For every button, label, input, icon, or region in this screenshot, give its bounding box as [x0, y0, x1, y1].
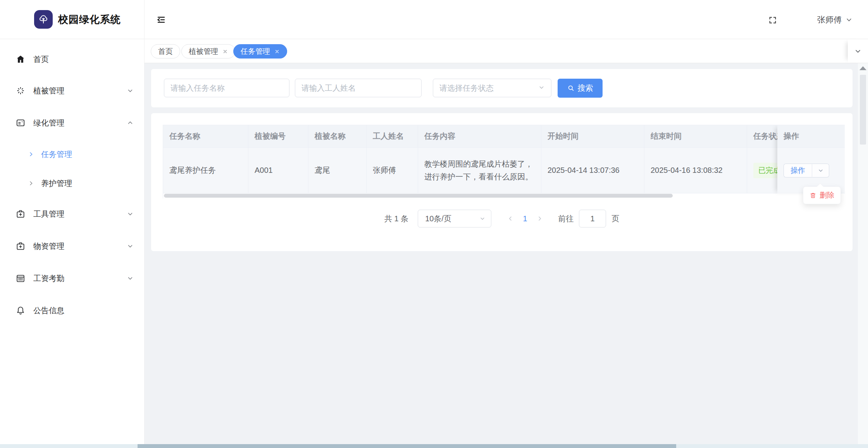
prev-page-button[interactable]	[504, 210, 517, 227]
user-menu[interactable]: 张师傅	[817, 0, 852, 39]
sidebar-item-label: 首页	[33, 54, 134, 65]
bell-icon	[16, 305, 26, 315]
action-split-button: 操作	[784, 164, 829, 177]
tab-home[interactable]: 首页	[151, 44, 180, 59]
sidebar-item-supplies[interactable]: 物资管理	[0, 235, 145, 257]
sidebar-item-label: 养护管理	[41, 178, 72, 189]
select-placeholder: 请选择任务状态	[439, 83, 538, 93]
chevron-down-icon	[538, 84, 545, 92]
filter-card: 请选择任务状态 搜索	[151, 69, 852, 107]
page-suffix: 页	[611, 214, 619, 224]
chevron-down-icon	[127, 87, 134, 94]
task-status-select[interactable]: 请选择任务状态	[433, 79, 551, 97]
vertical-scroll-thumb[interactable]	[860, 75, 866, 145]
chevron-down-icon	[854, 47, 862, 55]
cell-plant-name: 鸢尾	[308, 148, 367, 193]
goto-label: 前往	[558, 214, 574, 224]
horizontal-scrollbar[interactable]	[0, 444, 868, 448]
close-icon[interactable]	[274, 48, 280, 54]
greening-icon	[16, 118, 26, 128]
sidebar-item-label: 绿化管理	[33, 118, 127, 128]
page-size-select[interactable]: 10条/页	[418, 210, 491, 227]
cell-plant-code: A001	[248, 148, 308, 193]
chevron-down-icon	[127, 275, 134, 282]
app-logo	[34, 10, 53, 29]
tab-overflow-button[interactable]	[848, 39, 868, 63]
table-card: 任务名称 植被编号 植被名称 工人姓名 任务内容 开始时间 结束时间 任务状态 …	[151, 113, 852, 251]
chevron-down-icon	[127, 210, 134, 217]
action-dropdown-menu: 删除	[803, 186, 841, 204]
cell-worker: 张师傅	[367, 148, 418, 193]
action-dropdown-toggle[interactable]	[812, 164, 829, 177]
cell-end-time: 2025-04-16 13:08:32	[644, 148, 747, 193]
col-header-plant-code: 植被编号	[248, 125, 308, 148]
tab-task-management[interactable]: 任务管理	[233, 44, 287, 59]
chevron-down-icon	[479, 215, 486, 222]
sidebar: 校园绿化系统 首页 植被管理	[0, 0, 145, 444]
tab-vegetation[interactable]: 植被管理	[181, 44, 235, 59]
chevron-right-icon	[28, 151, 34, 157]
supplies-icon	[16, 241, 26, 251]
sidebar-item-label: 工资考勤	[33, 273, 127, 284]
delete-menu-item[interactable]: 删除	[809, 190, 834, 200]
col-header-plant-name: 植被名称	[308, 125, 367, 148]
chevron-down-icon	[846, 16, 852, 23]
page-size-value: 10条/页	[425, 214, 479, 224]
cell-task-name: 鸢尾养护任务	[163, 148, 248, 193]
task-name-input[interactable]	[164, 79, 289, 97]
fullscreen-icon[interactable]	[768, 16, 777, 24]
sidebar-item-label: 工具管理	[33, 209, 127, 219]
goto-page-input[interactable]	[579, 210, 606, 227]
action-button[interactable]: 操作	[784, 164, 812, 177]
sidebar-fold-icon[interactable]	[156, 15, 166, 24]
sidebar-item-home[interactable]: 首页	[0, 48, 145, 71]
toolbox-icon	[16, 209, 26, 219]
table-row: 鸢尾养护任务 A001 鸢尾 张师傅 教学楼周围的鸢尾成片枯萎了，进行养护一下，…	[163, 148, 845, 193]
chevron-left-icon	[507, 215, 513, 222]
next-page-button[interactable]	[533, 210, 546, 227]
chevron-down-icon	[127, 243, 134, 250]
vertical-scrollbar[interactable]	[858, 63, 868, 444]
pagination: 共 1 条 10条/页 1 前往 页	[151, 209, 852, 228]
sidebar-item-label: 植被管理	[33, 86, 127, 96]
sidebar-item-payroll[interactable]: 工资考勤	[0, 267, 145, 289]
scroll-up-arrow[interactable]	[859, 66, 866, 70]
chevron-right-icon	[537, 215, 543, 222]
sidebar-item-label: 任务管理	[41, 149, 72, 160]
col-header-worker: 工人姓名	[367, 125, 418, 148]
col-header-task-name: 任务名称	[163, 125, 248, 148]
vegetation-icon	[16, 86, 26, 96]
fixed-action-column: 操作 操作	[777, 125, 845, 194]
tab-label: 任务管理	[241, 47, 270, 57]
user-name: 张师傅	[817, 14, 842, 25]
tabbar: 首页 植被管理 任务管理	[145, 39, 868, 63]
search-button[interactable]: 搜索	[558, 79, 603, 98]
col-header-start-time: 开始时间	[541, 125, 644, 148]
tab-label: 首页	[158, 47, 173, 57]
cell-start-time: 2025-04-14 13:07:36	[541, 148, 644, 193]
sidebar-item-vegetation[interactable]: 植被管理	[0, 79, 145, 102]
table-horizontal-scrollbar[interactable]	[164, 194, 673, 198]
task-table: 任务名称 植被编号 植被名称 工人姓名 任务内容 开始时间 结束时间 任务状态 …	[163, 125, 845, 198]
sidebar-item-announcements[interactable]: 公告信息	[0, 299, 145, 322]
trash-icon	[809, 192, 816, 199]
topbar: 张师傅	[145, 0, 868, 39]
tree-icon	[38, 14, 49, 25]
chevron-right-icon	[28, 180, 34, 186]
logo-area: 校园绿化系统	[0, 0, 144, 39]
app-title: 校园绿化系统	[58, 13, 121, 26]
table-header-row: 任务名称 植被编号 植被名称 工人姓名 任务内容 开始时间 结束时间 任务状态	[163, 125, 845, 148]
sidebar-item-task-management[interactable]: 任务管理	[0, 144, 145, 165]
sidebar-item-tools[interactable]: 工具管理	[0, 203, 145, 225]
worker-name-input[interactable]	[295, 79, 422, 97]
chevron-up-icon	[127, 119, 134, 126]
col-header-action: 操作	[777, 125, 845, 148]
sidebar-item-label: 物资管理	[33, 241, 127, 252]
close-icon[interactable]	[222, 48, 228, 54]
horizontal-scroll-thumb[interactable]	[138, 444, 676, 448]
sidebar-item-maintenance[interactable]: 养护管理	[0, 173, 145, 194]
chevron-down-icon	[818, 167, 824, 174]
sidebar-item-greening[interactable]: 绿化管理	[0, 112, 145, 134]
page-number-current[interactable]: 1	[517, 214, 533, 223]
pagination-total: 共 1 条	[384, 214, 408, 224]
